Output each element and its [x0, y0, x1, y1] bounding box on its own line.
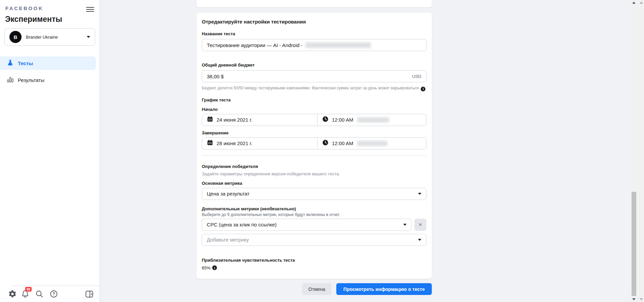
- sidebar-footer-divider: [12, 286, 100, 286]
- chevron-down-icon: [418, 239, 421, 241]
- close-icon: ×: [419, 221, 422, 228]
- end-date-value: 28 июня 2021 г.: [217, 140, 252, 146]
- add-metric-select[interactable]: Добавьте метрику: [202, 234, 426, 246]
- help-icon[interactable]: ?: [49, 290, 59, 299]
- metric-row: CPC (цена за клик по ссылке) ×: [202, 219, 426, 231]
- search-icon[interactable]: [35, 290, 44, 299]
- start-time-value: 12:00 AM: [332, 117, 353, 123]
- end-label: Завершение: [202, 130, 426, 135]
- metric-value: CPC (цена за клик по ссылке): [207, 222, 277, 227]
- card-title: Отредактируйте настройки тестирования: [202, 19, 426, 25]
- test-settings-card: Отредактируйте настройки тестирования На…: [196, 13, 432, 279]
- outer-scrollbar[interactable]: [639, 0, 644, 302]
- additional-metrics-label: Дополнительные метрики (необязательно): [202, 206, 426, 211]
- scroll-down-arrow-icon[interactable]: [640, 298, 643, 300]
- budget-input[interactable]: 38,00 $ USD: [202, 70, 426, 82]
- chevron-down-icon: [87, 36, 90, 38]
- scroll-up-arrow-icon[interactable]: [640, 2, 643, 4]
- info-icon[interactable]: i: [212, 265, 217, 270]
- info-icon[interactable]: i: [421, 87, 425, 91]
- redacted-timezone: [357, 141, 387, 146]
- end-datetime-row: 28 июня 2021 г. 12:00 AM: [202, 137, 426, 149]
- account-avatar: B: [9, 31, 22, 43]
- facebook-logo: FACEBOOK: [5, 5, 43, 11]
- sidebar-item-label: Тесты: [18, 60, 33, 66]
- page-title: Эксперименты: [5, 15, 62, 24]
- previous-card-edge: [196, 0, 432, 7]
- inner-scrollbar-thumb[interactable]: [632, 192, 636, 296]
- inner-scrollbar[interactable]: [631, 0, 637, 302]
- end-time-value: 12:00 AM: [332, 140, 353, 146]
- primary-metric-select[interactable]: Цена за результат: [202, 188, 426, 200]
- metric-select[interactable]: CPC (цена за клик по ссылке): [202, 219, 412, 231]
- account-selector[interactable]: B Brander Ukraine: [4, 28, 95, 46]
- end-time-picker[interactable]: 12:00 AM: [317, 138, 426, 149]
- review-test-info-button[interactable]: Просмотреть информацию о тесте: [336, 283, 432, 295]
- winner-helper: Задайте параметры определения версии-поб…: [202, 171, 426, 176]
- sensitivity-label: Приблизительная чувствительность теста: [202, 258, 426, 263]
- settings-gear-icon[interactable]: [8, 290, 17, 299]
- chevron-down-icon: [418, 193, 421, 195]
- test-name-input[interactable]: Тестирование аудитории — AI - Android -: [202, 39, 426, 51]
- start-date-picker[interactable]: 24 июня 2021 г.: [202, 114, 317, 126]
- clock-icon: [322, 116, 329, 124]
- sensitivity-value: 65%: [202, 265, 211, 270]
- primary-metric-value: Цена за результат: [207, 191, 250, 197]
- scroll-down-arrow-icon[interactable]: [632, 298, 636, 300]
- redacted-timezone: [357, 117, 389, 123]
- sidebar-item-results[interactable]: Результаты: [0, 73, 100, 87]
- sidebar-item-label: Результаты: [18, 77, 44, 83]
- test-name-label: Название теста: [202, 31, 426, 36]
- redacted-text: [305, 42, 371, 48]
- currency-code: USD: [412, 74, 421, 79]
- sidebar: FACEBOOK Эксперименты B Brander Ukraine …: [0, 0, 100, 302]
- section-divider: [202, 155, 426, 156]
- budget-label: Общий дневной бюджет: [202, 62, 426, 68]
- scroll-up-arrow-icon[interactable]: [632, 2, 636, 4]
- clock-icon: [322, 139, 329, 147]
- start-datetime-row: 24 июня 2021 г. 12:00 AM: [202, 114, 426, 126]
- svg-text:?: ?: [52, 292, 55, 296]
- budget-value: 38,00 $: [207, 74, 224, 79]
- form-footer: Отмена Просмотреть информацию о тесте: [196, 283, 432, 295]
- sidebar-item-tests[interactable]: Тесты: [0, 56, 96, 70]
- calendar-icon: [207, 116, 213, 124]
- bar-chart-icon: [7, 76, 14, 84]
- winner-label: Определение победителя: [202, 164, 426, 169]
- add-metric-placeholder: Добавьте метрику: [207, 237, 249, 243]
- start-date-value: 24 июня 2021 г.: [217, 117, 252, 123]
- additional-metrics-helper: Выберите до 9 дополнительных метрик, кот…: [202, 212, 426, 217]
- account-name: Brander Ukraine: [26, 35, 87, 40]
- notification-badge: 99: [25, 287, 32, 292]
- primary-metric-label: Основная метрика: [202, 181, 426, 186]
- end-date-picker[interactable]: 28 июня 2021 г.: [202, 138, 317, 149]
- remove-metric-button[interactable]: ×: [414, 219, 426, 231]
- experiments-page: FACEBOOK Эксперименты B Brander Ukraine …: [0, 0, 644, 302]
- hamburger-menu-icon[interactable]: [86, 6, 94, 12]
- notifications-bell-icon[interactable]: 99: [21, 290, 30, 299]
- start-label: Начало: [202, 107, 426, 112]
- budget-helper: Бюджет делится 50/50 между тестируемыми …: [202, 86, 426, 91]
- sensitivity-value-row: 65% i: [202, 265, 426, 270]
- test-name-value: Тестирование аудитории — AI - Android -: [207, 42, 303, 48]
- flask-icon: [7, 59, 14, 68]
- collapse-sidebar-icon[interactable]: [85, 290, 94, 299]
- calendar-icon: [207, 139, 213, 147]
- sidebar-nav: Тесты Результаты: [0, 56, 100, 90]
- sidebar-footer-icons: 99 ?: [0, 290, 100, 300]
- schedule-label: График теста: [202, 97, 426, 102]
- chevron-down-icon: [403, 224, 407, 226]
- cancel-button[interactable]: Отмена: [302, 283, 332, 295]
- start-time-picker[interactable]: 12:00 AM: [317, 114, 426, 126]
